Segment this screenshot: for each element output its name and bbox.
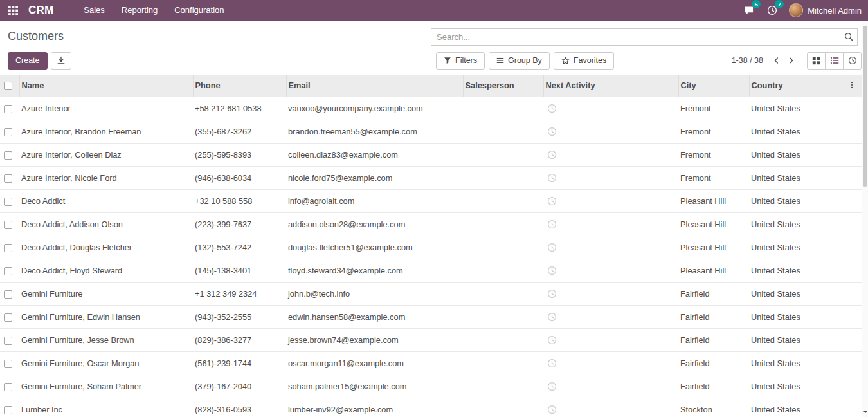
apps-grid-icon[interactable]	[4, 0, 22, 21]
table-row[interactable]: Azure Interior, Brandon Freeman (355)-68…	[0, 120, 862, 143]
table-row[interactable]: Deco Addict, Addison Olson (223)-399-763…	[0, 212, 862, 236]
activity-clock-icon[interactable]	[547, 382, 557, 391]
kanban-view-button[interactable]	[807, 52, 826, 70]
table-row[interactable]: Azure Interior, Colleen Diaz (255)-595-8…	[0, 143, 862, 166]
row-checkbox[interactable]	[4, 244, 12, 252]
row-checkbox[interactable]	[4, 290, 12, 299]
cell-email: brandon.freeman55@example.com	[286, 120, 463, 143]
row-checkbox[interactable]	[4, 360, 12, 368]
optional-columns-toggle[interactable]	[846, 79, 858, 91]
search-icon[interactable]	[840, 29, 857, 45]
cell-city: Fairfield	[678, 351, 749, 375]
activity-clock-icon[interactable]	[547, 219, 557, 229]
column-header-country[interactable]: Country	[749, 75, 817, 97]
activity-clock-icon[interactable]	[547, 266, 557, 275]
cell-email: jesse.brown74@example.com	[286, 328, 463, 351]
export-button[interactable]	[51, 52, 71, 70]
table-row[interactable]: Azure Interior +58 212 681 0538 vauxoo@y…	[0, 97, 862, 120]
cell-email: info@agrolait.com	[286, 189, 463, 212]
activity-clock-icon[interactable]	[547, 173, 557, 183]
table-row[interactable]: Deco Addict, Floyd Steward (145)-138-340…	[0, 259, 862, 282]
activity-clock-icon[interactable]	[547, 127, 557, 136]
cell-phone: (132)-553-7242	[193, 236, 286, 259]
cell-name: Azure Interior, Brandon Freeman	[19, 120, 193, 143]
menu-sales[interactable]: Sales	[75, 0, 113, 21]
app-title[interactable]: CRM	[28, 4, 53, 17]
column-header-next-activity[interactable]: Next Activity	[543, 75, 678, 97]
pager-next-button[interactable]	[784, 53, 798, 68]
control-panel: Customers Create Filters Group By	[0, 21, 868, 75]
cell-name: Azure Interior, Colleen Diaz	[19, 143, 193, 166]
cell-filler	[817, 236, 862, 259]
search-box	[431, 28, 858, 46]
scrollbar-thumb[interactable]	[863, 26, 867, 187]
cell-next-activity	[543, 305, 678, 328]
cell-salesperson	[463, 143, 543, 166]
table-row[interactable]: Gemini Furniture, Soham Palmer (379)-167…	[0, 375, 862, 398]
row-checkbox[interactable]	[4, 198, 12, 206]
column-header-email[interactable]: Email	[286, 75, 463, 97]
cell-city: Fairfield	[678, 305, 749, 328]
pager-previous-button[interactable]	[770, 53, 784, 68]
group-by-button[interactable]: Group By	[489, 52, 550, 70]
row-checkbox[interactable]	[4, 337, 12, 345]
cell-next-activity	[543, 166, 678, 189]
search-options: Filters Group By Favorites	[436, 52, 614, 70]
column-header-city[interactable]: City	[678, 75, 749, 97]
activity-clock-icon[interactable]	[547, 358, 557, 368]
table-row[interactable]: Gemini Furniture, Oscar Morgan (561)-239…	[0, 351, 862, 375]
activity-view-button[interactable]	[843, 52, 862, 70]
activity-clock-icon[interactable]	[547, 243, 557, 252]
activity-clock-icon[interactable]	[547, 289, 557, 299]
messages-menu[interactable]: 5	[743, 3, 755, 17]
cell-city: Fremont	[678, 97, 749, 120]
row-checkbox[interactable]	[4, 313, 12, 322]
table-row[interactable]: Lumber Inc (828)-316-0593 lumber-inv92@e…	[0, 398, 862, 417]
row-checkbox[interactable]	[4, 406, 12, 414]
table-row[interactable]: Gemini Furniture +1 312 349 2324 john.b@…	[0, 282, 862, 305]
select-all-checkbox[interactable]	[4, 82, 12, 90]
row-checkbox[interactable]	[4, 267, 12, 275]
activity-clock-icon[interactable]	[547, 405, 557, 414]
activities-menu[interactable]: 7	[766, 3, 779, 17]
table-row[interactable]: Azure Interior, Nicole Ford (946)-638-60…	[0, 166, 862, 189]
row-checkbox[interactable]	[4, 221, 12, 229]
favorites-button[interactable]: Favorites	[554, 52, 614, 70]
activity-clock-icon[interactable]	[547, 196, 557, 206]
activity-clock-icon[interactable]	[547, 104, 557, 113]
cell-filler	[817, 259, 862, 282]
row-checkbox-cell	[0, 351, 19, 375]
row-checkbox[interactable]	[4, 383, 12, 391]
table-row[interactable]: Deco Addict, Douglas Fletcher (132)-553-…	[0, 236, 862, 259]
export-download-icon	[57, 56, 66, 65]
row-checkbox[interactable]	[4, 174, 12, 183]
scrollbar-down-arrow[interactable]	[862, 408, 868, 417]
menu-reporting[interactable]: Reporting	[113, 0, 166, 21]
table-row[interactable]: Gemini Furniture, Edwin Hansen (943)-352…	[0, 305, 862, 328]
row-checkbox[interactable]	[4, 151, 12, 160]
cell-next-activity	[543, 143, 678, 166]
filters-button[interactable]: Filters	[436, 52, 485, 70]
cell-next-activity	[543, 375, 678, 398]
column-header-name[interactable]: Name	[19, 75, 193, 97]
menu-configuration[interactable]: Configuration	[166, 0, 232, 21]
activity-clock-icon[interactable]	[547, 335, 557, 345]
column-header-salesperson[interactable]: Salesperson	[463, 75, 543, 97]
list-view-button[interactable]	[825, 52, 844, 70]
cell-city: Fairfield	[678, 328, 749, 351]
user-menu[interactable]: Mitchell Admin	[789, 3, 862, 17]
table-row[interactable]: Deco Addict +32 10 588 558 info@agrolait…	[0, 189, 862, 212]
row-checkbox[interactable]	[4, 105, 12, 113]
cell-filler	[817, 143, 862, 166]
table-row[interactable]: Gemini Furniture, Jesse Brown (829)-386-…	[0, 328, 862, 351]
search-input[interactable]	[431, 32, 840, 42]
row-checkbox-cell	[0, 259, 19, 282]
activity-clock-icon[interactable]	[547, 150, 557, 160]
create-button[interactable]: Create	[8, 52, 48, 70]
row-checkbox[interactable]	[4, 128, 12, 136]
cell-country: United States	[749, 398, 817, 417]
activity-clock-icon[interactable]	[547, 312, 557, 322]
column-header-phone[interactable]: Phone	[193, 75, 286, 97]
cell-country: United States	[749, 212, 817, 236]
cell-next-activity	[543, 120, 678, 143]
